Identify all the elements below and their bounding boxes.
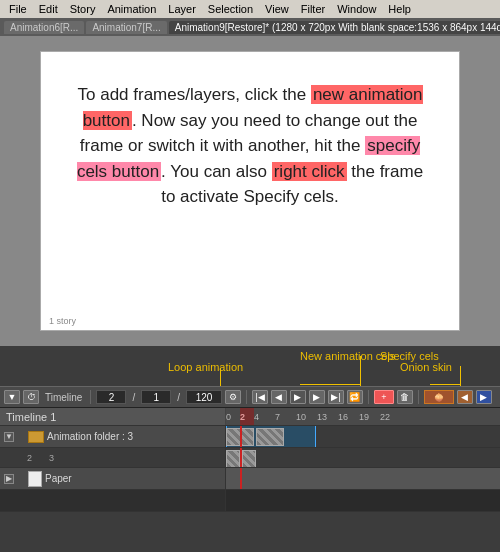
layer-paper-name: Paper [45,473,72,484]
layer-paper-left: ▶ Paper [0,468,226,489]
tl-play-pause[interactable]: ▶ [290,390,306,404]
frame-16: 16 [338,412,348,422]
tl-sep4 [418,390,419,404]
tl-onion-next[interactable]: ▶ [476,390,492,404]
tl-loop-btn[interactable]: 🔁 [347,390,363,404]
tab-bar: Animation6[R... Animation7[R... Animatio… [0,18,500,36]
empty-right [226,490,500,511]
line-new-cels-h [300,384,360,385]
annotation-loop: Loop animation [168,361,243,373]
layer-folder-left: ▼ Animation folder : 3 [0,426,226,447]
highlight-specify-cels: specify cels button [77,136,420,181]
timeline-header: Timeline 1 0 2 4 7 10 13 16 19 22 [0,408,500,426]
menu-window[interactable]: Window [332,2,381,16]
menu-filter[interactable]: Filter [296,2,330,16]
tl-slash2: / [174,392,183,403]
menu-animation[interactable]: Animation [102,2,161,16]
frame-22: 22 [380,412,390,422]
menu-layer[interactable]: Layer [163,2,201,16]
menu-story[interactable]: Story [65,2,101,16]
tl-prev-frame[interactable]: ◀ [271,390,287,404]
tl-timeline-label: Timeline [42,392,85,403]
tab-animation7[interactable]: Animation7[R... [86,21,166,34]
line-new-cels [360,356,361,386]
menu-edit[interactable]: Edit [34,2,63,16]
frame-19: 19 [359,412,369,422]
canvas-document: To add frames/layers, click the new anim… [40,51,460,331]
tl-sep3 [368,390,369,404]
tl-sep2 [246,390,247,404]
sub-frame-2: 2 [27,453,32,463]
tl-loop-start[interactable]: |◀ [252,390,268,404]
highlight-right-click: right click [272,162,347,181]
sub-playhead [240,448,242,467]
tl-onion-prev[interactable]: ◀ [457,390,473,404]
paper-frame-bg [226,468,500,489]
playhead [240,426,242,447]
tl-settings-btn[interactable]: ⚙ [225,390,241,404]
timeline-frame-ruler: 0 2 4 7 10 13 16 19 22 [226,408,500,425]
menu-file[interactable]: File [4,2,32,16]
line-onion [460,370,461,385]
tab-animation9[interactable]: Animation9[Restore]* (1280 x 720px With … [169,21,500,34]
sub-layer-frames [226,448,500,467]
tl-frame-num[interactable]: 2 [96,390,126,404]
timeline-toolbar: ▼ ⏱ Timeline 2 / 1 / 120 ⚙ |◀ ◀ ▶ ▶ ▶| 🔁… [0,386,500,408]
table-row: 2 3 [0,448,500,468]
tl-loop-end[interactable]: ▶| [328,390,344,404]
empty-left [0,490,226,511]
tl-timeline-icon[interactable]: ⏱ [23,390,39,404]
fold-btn[interactable]: ▼ [4,432,14,442]
menu-view[interactable]: View [260,2,294,16]
frame-13: 13 [317,412,327,422]
tl-next-frame[interactable]: ▶ [309,390,325,404]
tl-delete-btn[interactable]: 🗑 [397,390,413,404]
paper-playhead [240,468,242,489]
tl-fold-btn[interactable]: ▼ [4,390,20,404]
frame-4: 4 [254,412,259,422]
menu-help[interactable]: Help [383,2,416,16]
frame-0: 0 [226,412,231,422]
cell-block-2[interactable] [256,428,284,446]
onion-skin-btn[interactable]: 🧅 [424,390,454,404]
layer-folder-name: Animation folder : 3 [47,431,133,442]
canvas-label: 1 story [49,316,76,326]
annotation-onion: Onion skin [400,361,452,373]
layer-paper-frames [226,468,500,489]
canvas-area: To add frames/layers, click the new anim… [0,36,500,346]
tl-sep1 [90,390,91,404]
highlight-new-animation: new animation button [83,85,423,130]
bottom-panel: New animation cels Loop animation Specif… [0,346,500,552]
menu-bar: File Edit Story Animation Layer Selectio… [0,0,500,18]
timeline-rows: ▼ Animation folder : 3 2 3 [0,426,500,552]
table-row: ▼ Animation folder : 3 [0,426,500,448]
table-row-empty [0,490,500,512]
folder-icon [28,431,44,443]
sub-cell-1[interactable] [226,450,240,467]
sub-layer-left: 2 3 [0,448,226,467]
sub-cell-2[interactable] [242,450,256,467]
layer-folder-frames [226,426,500,447]
current-frame-indicator [240,408,254,425]
line-loop [220,368,221,388]
frame-7: 7 [275,412,280,422]
canvas-content: To add frames/layers, click the new anim… [41,52,459,220]
timeline-header-left: Timeline 1 [0,408,226,425]
fold-btn-paper[interactable]: ▶ [4,474,14,484]
paper-icon [28,471,42,487]
tl-fps[interactable]: 120 [186,390,222,404]
tl-layer-num[interactable]: 1 [141,390,171,404]
line-specify-h [430,384,460,385]
frame-10: 10 [296,412,306,422]
menu-selection[interactable]: Selection [203,2,258,16]
timeline-name: Timeline 1 [6,411,56,423]
table-row: ▶ Paper [0,468,500,490]
new-anim-cels-btn[interactable]: + [374,390,394,404]
tab-animation6[interactable]: Animation6[R... [4,21,84,34]
sub-frame-3: 3 [49,453,54,463]
tl-slash: / [129,392,138,403]
